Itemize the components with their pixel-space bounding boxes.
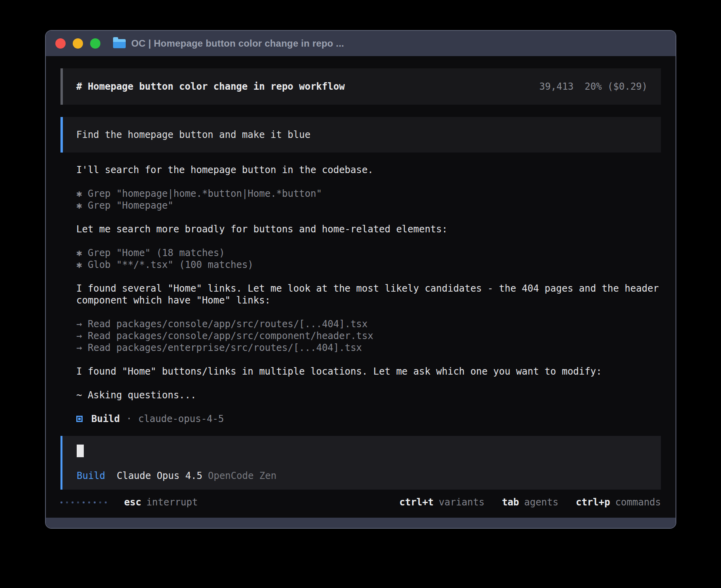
status-right: ctrl+tvariants tabagents ctrl+pcommands <box>382 496 661 508</box>
tool-call-text: Grep "Homepage" <box>88 200 174 211</box>
agent-line: Build · claude-opus-4-5 <box>76 413 661 425</box>
tool-call-grep: ✱Grep "homepage|home.*button|Home.*butto… <box>76 188 661 200</box>
hint-variants: ctrl+tvariants <box>399 496 484 508</box>
assistant-paragraph: I found "Home" buttons/links in multiple… <box>76 366 661 377</box>
activity-status: ~ Asking questions... <box>76 389 661 401</box>
window-bottom-bar <box>46 518 676 528</box>
status-left: esc interrupt <box>60 496 198 508</box>
tool-call-read: →Read packages/console/app/src/component… <box>76 330 661 342</box>
assistant-paragraph: I'll search for the homepage button in t… <box>76 164 661 176</box>
arrow-icon: → <box>76 330 82 342</box>
terminal-window: OC | Homepage button color change in rep… <box>45 30 676 529</box>
token-count: 39,413 <box>539 81 574 92</box>
tool-call-text: Read packages/enterprise/src/routes/[...… <box>88 342 362 353</box>
status-bar: esc interrupt ctrl+tvariants tabagents c… <box>60 496 661 509</box>
session-title: # Homepage button color change in repo w… <box>76 81 345 92</box>
provider-name: OpenCode Zen <box>208 470 276 482</box>
minimize-button[interactable] <box>73 38 83 49</box>
tool-call-text: Read packages/console/app/src/component/… <box>88 330 373 341</box>
agent-mode-label: Build <box>77 470 105 482</box>
tool-call-glob: ✱Glob "**/*.tsx" (100 matches) <box>76 259 661 271</box>
session-header: # Homepage button color change in repo w… <box>60 68 661 105</box>
tool-call-text: Grep "Home" (18 matches) <box>88 247 225 258</box>
tool-bullet-icon: ✱ <box>76 259 82 271</box>
window-title: OC | Homepage button color change in rep… <box>131 38 344 49</box>
prompt-input[interactable]: Build Claude Opus 4.5 OpenCode Zen <box>60 436 661 490</box>
assistant-paragraph: Let me search more broadly for buttons a… <box>76 223 661 235</box>
session-stats: 39,41320% ($0.29) <box>539 81 647 92</box>
desktop: { "window": { "title": "OC | Homepage bu… <box>0 0 721 588</box>
model-status-line: Build Claude Opus 4.5 OpenCode Zen <box>77 470 647 482</box>
folder-icon <box>113 39 126 48</box>
agent-square-icon <box>76 416 83 422</box>
user-message: Find the homepage button and make it blu… <box>60 117 661 153</box>
tool-bullet-icon: ✱ <box>76 247 82 259</box>
tool-call-group: →Read packages/console/app/src/routes/[.… <box>76 318 661 354</box>
separator-dot: · <box>126 413 132 425</box>
agent-name: Build <box>91 413 120 425</box>
arrow-icon: → <box>76 318 82 330</box>
assistant-transcript: I'll search for the homepage button in t… <box>60 153 661 425</box>
tool-call-read: →Read packages/enterprise/src/routes/[..… <box>76 342 661 354</box>
traffic-lights <box>55 38 100 49</box>
tool-bullet-icon: ✱ <box>76 188 82 200</box>
hint-commands: ctrl+pcommands <box>576 496 661 508</box>
tool-call-group: ✱Grep "Home" (18 matches) ✱Glob "**/*.ts… <box>76 247 661 271</box>
tool-call-text: Read packages/console/app/src/routes/[..… <box>88 318 368 330</box>
tool-call-text: Glob "**/*.tsx" (100 matches) <box>88 259 253 270</box>
esc-key-hint: esc <box>124 496 141 508</box>
context-cost: 20% ($0.29) <box>585 81 647 92</box>
terminal-content: # Homepage button color change in repo w… <box>46 56 676 518</box>
tool-call-read: →Read packages/console/app/src/routes/[.… <box>76 318 661 330</box>
spinner-dots-icon <box>60 501 107 503</box>
assistant-paragraph: I found several "Home" links. Let me loo… <box>76 283 661 306</box>
hint-agents: tabagents <box>502 496 559 508</box>
zoom-button[interactable] <box>90 38 100 49</box>
close-button[interactable] <box>55 38 66 49</box>
tool-bullet-icon: ✱ <box>76 200 82 211</box>
arrow-icon: → <box>76 342 82 354</box>
agent-model: claude-opus-4-5 <box>138 413 224 425</box>
esc-key-label: interrupt <box>146 496 198 508</box>
model-name: Claude Opus 4.5 <box>117 470 202 482</box>
tool-call-text: Grep "homepage|home.*button|Home.*button… <box>88 188 322 199</box>
window-titlebar[interactable]: OC | Homepage button color change in rep… <box>46 31 676 56</box>
tool-call-grep: ✱Grep "Home" (18 matches) <box>76 247 661 259</box>
tool-call-group: ✱Grep "homepage|home.*button|Home.*butto… <box>76 188 661 211</box>
user-message-text: Find the homepage button and make it blu… <box>76 129 310 141</box>
tool-call-grep: ✱Grep "Homepage" <box>76 200 661 211</box>
text-cursor <box>77 445 84 457</box>
